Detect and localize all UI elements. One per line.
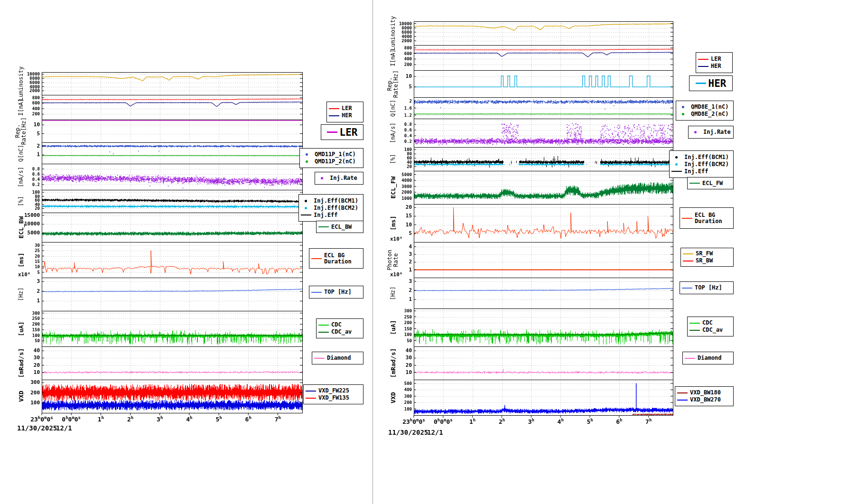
left-date-next: 12/1 [56, 424, 72, 432]
left-date-start: 11/30/2025 [17, 424, 57, 432]
panel-divider [373, 0, 373, 504]
beam-background-monitor: 11/30/2025 12/1 11/30/2025 12/1 Luminosi… [0, 0, 857, 504]
right-date-next: 12/1 [427, 429, 443, 436]
right-date-start: 11/30/2025 [388, 429, 428, 436]
right-panel-chart-canvas [373, 0, 857, 504]
